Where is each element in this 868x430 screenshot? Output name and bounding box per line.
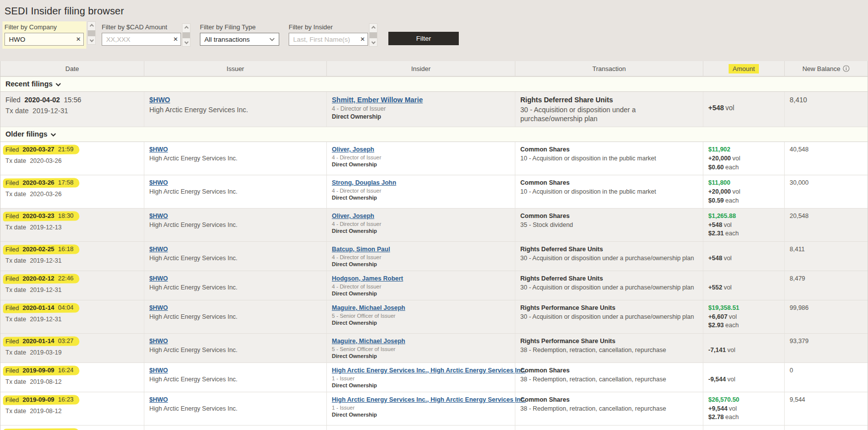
older-filings-label: Older filings <box>5 130 48 138</box>
insider-link[interactable]: Oliver, Joseph <box>332 213 374 219</box>
filter-submit-button[interactable]: Filter <box>388 32 459 45</box>
insider-cell: Shmitt, Ember Willow Marie 4 - Director … <box>326 92 515 127</box>
filed-date: 2020-01-14 <box>23 304 55 312</box>
spinner-thumb[interactable] <box>88 30 95 36</box>
amount-volume: +548vol <box>708 221 779 229</box>
transaction-cell: Common Shares 10 - Acquisition or dispos… <box>515 175 703 208</box>
clear-cad-amount-icon[interactable]: ✕ <box>173 36 178 43</box>
spin-up-icon[interactable] <box>183 24 190 31</box>
security-name: Rights Performance Share Units <box>520 304 698 311</box>
section-recent-filings[interactable]: Recent filings <box>0 76 868 92</box>
issuer-symbol-link[interactable]: $HWO <box>149 246 168 253</box>
company-filter-input[interactable] <box>4 33 84 46</box>
spin-down-icon[interactable] <box>370 39 377 46</box>
issuer-cell: $HWO High Arctic Energy Services Inc. <box>144 334 326 362</box>
filing-type-filter-group: Filter by Filing Type All transactions <box>200 21 279 46</box>
filing-row: Filed 2019-09-09 16:23 Tx date 2019-08-1… <box>0 392 868 425</box>
amount-price-each: $0.59each <box>708 197 779 205</box>
spinner-track[interactable] <box>370 31 377 39</box>
chevron-down-icon <box>56 83 61 86</box>
insider-link[interactable]: Strong, Douglas John <box>332 179 396 186</box>
spin-down-icon[interactable] <box>88 37 95 44</box>
spinner-track[interactable] <box>183 31 190 39</box>
filed-date: 2019-09-09 <box>23 367 55 374</box>
new-balance-cell: 93,379 <box>784 334 868 362</box>
filed-date: 2020-01-14 <box>23 338 55 345</box>
insider-link[interactable]: Batcup, Simon Paul <box>332 246 390 253</box>
filed-time: 04:04 <box>58 304 73 311</box>
security-name: Common Shares <box>520 396 698 403</box>
company-filter-group: Filter by Company ✕ <box>2 21 96 49</box>
insider-filter-input[interactable] <box>289 33 368 46</box>
spin-up-icon[interactable] <box>88 22 95 29</box>
insider-link[interactable]: Oliver, Joseph <box>332 146 374 153</box>
new-balance-cell: 8,479 <box>784 271 868 300</box>
clear-insider-icon[interactable]: ✕ <box>360 36 365 43</box>
amount-money: $11,800 <box>708 179 779 187</box>
filing-row: Filed 2020-03-26 17:58 Tx date 2020-03-2… <box>0 175 868 208</box>
new-balance-cell: 8,411 <box>784 242 868 271</box>
transaction-type: 30 - Acquisition or disposition under a … <box>520 254 698 262</box>
amount-cell: $11,800 +20,000vol $0.59each <box>703 175 784 208</box>
filed-time: 16:18 <box>58 245 73 252</box>
amount-volume: +20,000vol <box>708 155 779 163</box>
filing-type-select[interactable]: All transactions <box>200 33 279 46</box>
security-name: Common Shares <box>520 179 698 186</box>
issuer-symbol-link[interactable]: $HWO <box>149 367 168 374</box>
filed-time: 16:23 <box>58 396 73 403</box>
amount-cell: $1,265.88 +548vol $2.31each <box>703 209 784 241</box>
issuer-symbol-link[interactable]: $HWO <box>149 396 168 403</box>
insider-link[interactable]: High Arctic Energy Services Inc., High A… <box>332 396 526 403</box>
tx-date-label: Tx date <box>5 408 26 415</box>
amount-price-each: $2.78each <box>708 414 779 422</box>
spinner-track[interactable] <box>88 29 95 37</box>
clear-company-icon[interactable]: ✕ <box>76 36 81 43</box>
tx-date: 2020-03-26 <box>30 191 62 198</box>
insider-cell: Oliver, Joseph 4 - Director of Issuer Di… <box>326 142 515 175</box>
older-filings-rows: Filed 2020-03-27 21:59 Tx date 2020-03-2… <box>0 142 868 430</box>
issuer-symbol-link[interactable]: $HWO <box>149 96 170 104</box>
amount-money: $1,265.88 <box>708 213 779 220</box>
issuer-cell: $HWO High Arctic Energy Services Inc. <box>144 175 326 208</box>
insider-link[interactable]: Maguire, Michael Joseph <box>332 338 405 345</box>
spin-down-icon[interactable] <box>183 39 190 46</box>
issuer-symbol-link[interactable]: $HWO <box>149 213 168 219</box>
cad-amount-filter-input[interactable] <box>102 33 181 46</box>
company-spinner[interactable] <box>87 21 96 45</box>
amount-price-each: $2.31each <box>708 230 779 238</box>
spin-up-icon[interactable] <box>370 24 377 31</box>
insider-link[interactable]: Maguire, Michael Joseph <box>332 304 405 311</box>
new-balance-value: 30,000 <box>790 179 808 186</box>
date-cell: Filed 2020-03-27 21:59 Tx date 2020-03-2… <box>0 142 144 175</box>
amount-volume: -9,544vol <box>708 376 779 384</box>
tx-date-label: Tx date <box>5 287 26 293</box>
section-older-filings[interactable]: Older filings <box>0 127 868 142</box>
insider-link[interactable]: Shmitt, Ember Willow Marie <box>332 96 423 104</box>
issuer-symbol-link[interactable]: $HWO <box>149 338 168 345</box>
new-balance-cell: 9,544 <box>784 392 868 425</box>
insider-spinner[interactable] <box>369 23 377 47</box>
sedi-filing-browser: SEDI Insider filing browser Filter by Co… <box>0 0 868 430</box>
insider-link[interactable]: Hodgson, James Robert <box>332 275 403 282</box>
cad-amount-spinner[interactable] <box>182 23 190 47</box>
tx-date-label: Tx date <box>5 224 26 231</box>
spinner-thumb[interactable] <box>370 32 377 38</box>
info-icon[interactable] <box>843 65 850 72</box>
filing-row: Filed 2020-03-23 18:30 Tx date 2019-12-1… <box>0 208 868 241</box>
issuer-symbol-link[interactable]: $HWO <box>149 146 168 153</box>
spinner-thumb[interactable] <box>183 32 190 38</box>
issuer-symbol-link[interactable]: $HWO <box>149 179 168 186</box>
ownership-type: Direct Ownership <box>332 261 510 267</box>
transaction-cell: Rights Performance Share Units 30 - Acqu… <box>515 300 703 333</box>
issuer-symbol-link[interactable]: $HWO <box>149 275 168 282</box>
insider-link[interactable]: High Arctic Energy Services Inc., High A… <box>332 367 526 374</box>
insider-filter-group: Filter by Insider ✕ <box>289 21 377 47</box>
filed-time: 18:30 <box>58 213 73 219</box>
insider-cell: High Arctic Energy Services Inc., High A… <box>326 392 515 425</box>
page-title: SEDI Insider filing browser <box>0 0 868 17</box>
new-balance-value: 8,479 <box>790 275 805 282</box>
tx-date: 2019-12-31 <box>30 287 62 293</box>
issuer-symbol-link[interactable]: $HWO <box>149 304 168 311</box>
tx-date-label: Tx date <box>5 157 26 164</box>
amount-cell: $26,570.50 +9,544vol $2.78each <box>703 392 784 425</box>
